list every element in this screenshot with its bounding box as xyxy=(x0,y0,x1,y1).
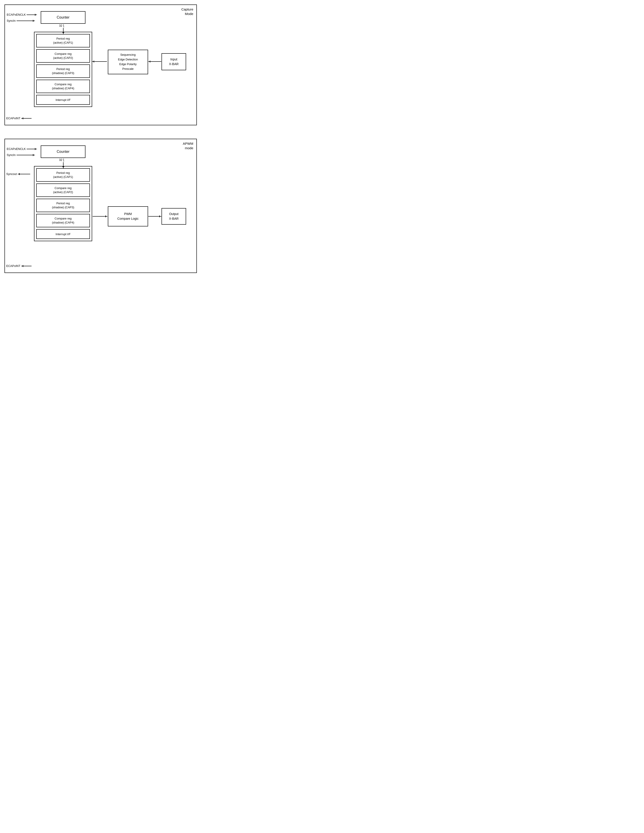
ecapint-label-1: ECAPxINT xyxy=(6,117,20,120)
interrupt-box-2: Interrupt I/F xyxy=(36,229,90,239)
compare-reg-shadow-2: Compare reg(shadow) (CAP4) xyxy=(36,214,90,227)
arrow-seq-to-reg xyxy=(92,61,107,62)
seq-box-1: SequencingEdge DetectionEdge PolarityPre… xyxy=(108,50,148,74)
arrow-xbar-to-seq xyxy=(148,61,161,62)
ecapint-2: ECAPxINT xyxy=(6,264,32,268)
counter-box-1: Counter xyxy=(41,11,85,24)
output-xbar-box: OutputX-BAR xyxy=(162,208,186,225)
input-labels-apwm: ECAPxENCLK SyncIn xyxy=(7,147,37,158)
apwm-mode-diagram: APWMmode ECAPxENCLK SyncIn Counter xyxy=(5,139,197,273)
period-reg-active-2: Period reg(active) (CAP1) xyxy=(36,168,90,182)
compare-reg-shadow-1: Compare reg(shadow) (CAP4) xyxy=(36,80,90,93)
ecapint-1: ECAPxINT xyxy=(6,117,32,120)
capture-mode-label: CaptureMode xyxy=(181,7,193,16)
arrow-pwm-to-xbar xyxy=(148,216,161,217)
pwm-compare-box: PWMCompare Logic xyxy=(108,206,148,227)
compare-reg-active-2: Compare reg(active) (CAP2) xyxy=(36,183,90,197)
main-container: CaptureMode ECAPxENCLK SyncIn Counter xyxy=(5,5,197,273)
counter-box-2: Counter xyxy=(41,145,85,158)
syncout-2: Syncout xyxy=(6,172,30,175)
period-reg-active-1: Period reg(active) (CAP1) xyxy=(36,34,90,47)
compare-reg-active-1: Compare reg(active) (CAP2) xyxy=(36,49,90,63)
syncin-label-2: SyncIn xyxy=(7,153,16,158)
ecap-enclk-label-2: ECAPxENCLK xyxy=(7,147,26,151)
syncin-label-1: SyncIn xyxy=(7,19,16,23)
arrow-reg-to-pwm xyxy=(93,216,108,217)
ecapint-label-2: ECAPxINT xyxy=(6,264,20,268)
period-reg-shadow-2: Period reg(shadow) (CAP3) xyxy=(36,199,90,212)
period-reg-shadow-1: Period reg(shadow) (CAP3) xyxy=(36,64,90,78)
ecap-enclk-label-1: ECAPxENCLK xyxy=(7,13,26,17)
input-labels-capture: ECAPxENCLK SyncIn xyxy=(7,13,37,23)
syncout-label: Syncout xyxy=(6,172,17,175)
reg-group-1: Period reg(active) (CAP1) Compare reg(ac… xyxy=(34,32,92,107)
apwm-mode-label: APWMmode xyxy=(183,142,193,150)
reg-group-2: Period reg(active) (CAP1) Compare reg(ac… xyxy=(34,166,92,241)
interrupt-box-1: Interrupt I/F xyxy=(36,95,90,105)
capture-mode-diagram: CaptureMode ECAPxENCLK SyncIn Counter xyxy=(5,5,197,125)
input-xbar-box: InputX-BAR xyxy=(162,53,186,70)
